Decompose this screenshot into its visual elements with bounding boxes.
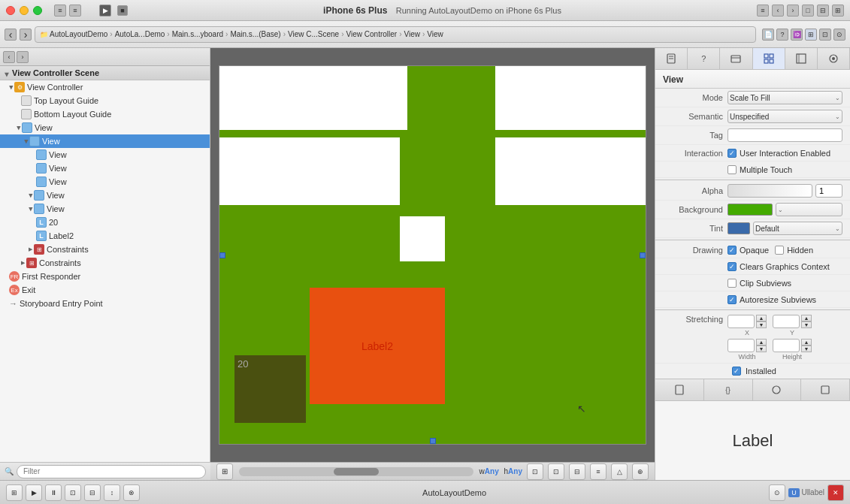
wany-btn[interactable]: ⊡ bbox=[527, 463, 543, 480]
stretch-w-up[interactable]: ▲ bbox=[756, 339, 767, 346]
ib-square-icon[interactable] bbox=[801, 379, 850, 400]
close-button[interactable] bbox=[6, 6, 15, 15]
clip-subviews-cb[interactable] bbox=[727, 279, 737, 288]
stretch-w-input[interactable]: 1 bbox=[727, 339, 755, 352]
sidebar-forward[interactable]: › bbox=[17, 51, 29, 63]
semantic-select[interactable]: Unspecified ⌄ bbox=[727, 110, 842, 123]
status-btn-6[interactable]: ↕ bbox=[104, 484, 120, 501]
size-inspector-icon[interactable]: ⊡ bbox=[819, 29, 831, 41]
sidebar-item-exit[interactable]: Ex Exit bbox=[0, 283, 210, 297]
layout-align[interactable]: ≡ bbox=[590, 463, 606, 480]
sidebar-item-constraints-4[interactable]: ▶ ⊞ Constraints bbox=[0, 243, 210, 256]
stretch-y-down[interactable]: ▼ bbox=[801, 321, 812, 328]
canvas-scrollbar[interactable] bbox=[239, 467, 473, 476]
stretch-x-down[interactable]: ▼ bbox=[756, 321, 767, 328]
sidebar-item-label-20[interactable]: L 20 bbox=[0, 216, 210, 229]
minimize-button[interactable] bbox=[20, 6, 29, 15]
sidebar-item-view-4d[interactable]: ▶ View bbox=[0, 189, 210, 202]
resize-handle-right[interactable] bbox=[640, 252, 646, 258]
quick-help-tab[interactable]: ? bbox=[688, 48, 720, 69]
bc-1[interactable]: 📁 AutoLayoutDemo bbox=[40, 30, 107, 38]
sidebar-item-view-3[interactable]: ▶ View bbox=[0, 134, 210, 148]
sidebar-item-top-guide[interactable]: Top Layout Guide bbox=[0, 94, 210, 107]
autoresize-cb[interactable]: ✓ bbox=[727, 295, 737, 304]
status-btn-7[interactable]: ⊗ bbox=[123, 484, 140, 501]
status-btn-2[interactable]: ▶ bbox=[26, 484, 42, 501]
stretch-h-input[interactable]: 1 bbox=[773, 339, 800, 352]
sidebar-item-view-2[interactable]: ▶ View bbox=[0, 121, 210, 134]
sidebar-item-entry[interactable]: → Storyboard Entry Point bbox=[0, 297, 210, 310]
identity-inspector-icon[interactable]: 🆔 bbox=[791, 29, 803, 41]
status-btn-4[interactable]: ⊡ bbox=[65, 484, 81, 501]
background-select[interactable]: ⌄ bbox=[776, 203, 842, 216]
nav-forward[interactable]: › bbox=[787, 5, 799, 17]
size-tab[interactable] bbox=[785, 48, 818, 69]
multiple-touch-cb[interactable] bbox=[727, 165, 737, 174]
sidebar-item-constraints-3[interactable]: ▶ ⊞ Constraints bbox=[0, 256, 210, 270]
bc-2[interactable]: AutoLa...Demo bbox=[115, 30, 165, 38]
nav-back[interactable]: ‹ bbox=[772, 5, 784, 17]
file-inspector-icon[interactable]: 📄 bbox=[762, 29, 774, 41]
installed-cb[interactable]: ✓ bbox=[732, 367, 741, 376]
clears-graphics-cb[interactable]: ✓ bbox=[727, 262, 737, 271]
status-right-2[interactable]: ✕ bbox=[827, 484, 844, 501]
tag-input[interactable] bbox=[727, 128, 842, 142]
alpha-input[interactable] bbox=[815, 184, 842, 198]
bc-7[interactable]: View bbox=[404, 30, 421, 38]
stretch-w-down[interactable]: ▼ bbox=[756, 346, 767, 352]
stretch-h-down[interactable]: ▼ bbox=[801, 346, 812, 352]
layout-pin[interactable]: ⊟ bbox=[569, 463, 585, 480]
sidebar-toggle-left[interactable]: ≡ bbox=[54, 5, 66, 17]
sidebar-item-view-4c[interactable]: View bbox=[0, 175, 210, 189]
layout-embed[interactable]: ⊕ bbox=[632, 463, 649, 480]
sidebar-item-bottom-guide[interactable]: Bottom Layout Guide bbox=[0, 107, 210, 121]
fullscreen-button[interactable] bbox=[33, 6, 42, 15]
tint-select[interactable]: Default ⌄ bbox=[753, 222, 842, 235]
stretch-y-input[interactable]: 0 bbox=[773, 315, 800, 328]
scheme-button[interactable]: ≡ bbox=[757, 5, 769, 17]
mode-select[interactable]: Scale To Fill ⌄ bbox=[727, 91, 842, 104]
bc-3[interactable]: Main.s...yboard bbox=[172, 30, 223, 38]
status-btn-1[interactable]: ⊞ bbox=[6, 484, 23, 501]
alpha-slider[interactable] bbox=[727, 184, 812, 198]
stretch-x-up[interactable]: ▲ bbox=[756, 315, 767, 321]
back-btn[interactable]: ‹ bbox=[5, 29, 17, 41]
layout-issues[interactable]: △ bbox=[611, 463, 628, 480]
tint-swatch[interactable] bbox=[727, 222, 750, 234]
split-v[interactable]: ⊞ bbox=[832, 5, 844, 17]
status-right-1[interactable]: ⊙ bbox=[769, 484, 785, 501]
hidden-cb[interactable] bbox=[775, 246, 784, 255]
status-btn-3[interactable]: ⏸ bbox=[45, 484, 62, 501]
ib-file-icon[interactable] bbox=[655, 379, 704, 400]
stretch-x-input[interactable]: 0 bbox=[727, 315, 755, 328]
background-swatch[interactable] bbox=[727, 204, 773, 216]
window-mode[interactable]: □ bbox=[802, 5, 814, 17]
opaque-cb[interactable]: ✓ bbox=[727, 246, 737, 255]
sidebar-back[interactable]: ‹ bbox=[3, 51, 15, 63]
filter-input[interactable] bbox=[17, 465, 206, 478]
forward-btn[interactable]: › bbox=[20, 29, 32, 41]
file-inspector-tab[interactable] bbox=[655, 48, 688, 69]
hany-btn[interactable]: ⊡ bbox=[548, 463, 564, 480]
bc-8[interactable]: View bbox=[427, 30, 443, 38]
resize-handle-bottom[interactable] bbox=[430, 438, 436, 444]
sidebar-item-view-4b[interactable]: View bbox=[0, 161, 210, 175]
run-button[interactable]: ▶ bbox=[99, 5, 111, 17]
connections-inspector-icon[interactable]: ⊙ bbox=[833, 29, 845, 41]
bc-5[interactable]: View C...Scene bbox=[288, 30, 339, 38]
zoom-fit-btn[interactable]: ⊞ bbox=[216, 463, 233, 480]
bc-4[interactable]: Main.s...(Base) bbox=[230, 30, 280, 38]
connections-tab[interactable] bbox=[818, 48, 850, 69]
sidebar-item-vc[interactable]: ▶ ⚙ View Controller bbox=[0, 80, 210, 94]
ib-circle-icon[interactable] bbox=[753, 379, 802, 400]
sidebar-item-view-4a[interactable]: View bbox=[0, 148, 210, 161]
stop-button[interactable]: ■ bbox=[117, 5, 128, 16]
status-btn-5[interactable]: ⊟ bbox=[84, 484, 101, 501]
user-interaction-cb[interactable]: ✓ bbox=[727, 149, 737, 158]
attributes-inspector-icon[interactable]: ⊞ bbox=[805, 29, 817, 41]
sidebar-item-label2[interactable]: L Label2 bbox=[0, 229, 210, 243]
sidebar-item-view-4e[interactable]: ▶ View bbox=[0, 202, 210, 216]
split-h[interactable]: ⊟ bbox=[817, 5, 829, 17]
quick-help-icon[interactable]: ? bbox=[776, 29, 788, 41]
resize-handle-left[interactable] bbox=[219, 252, 225, 258]
